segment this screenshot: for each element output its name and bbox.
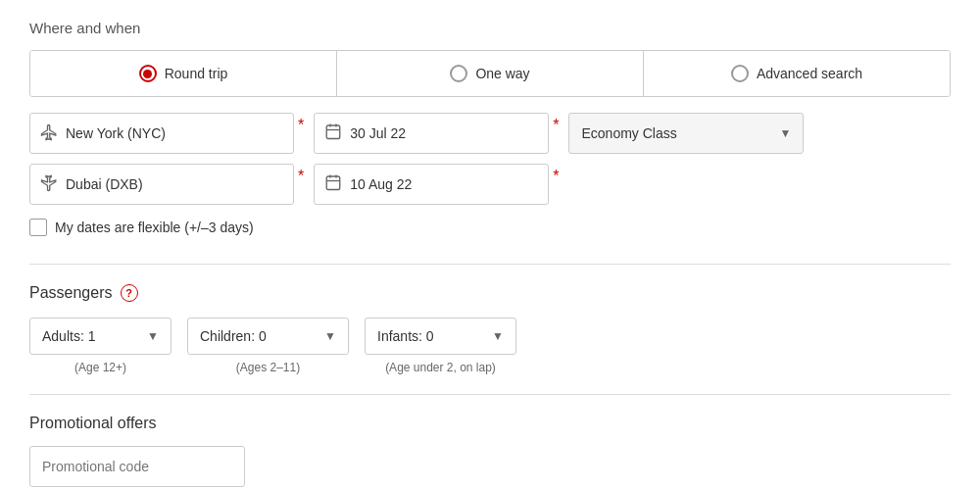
trip-type-one-way[interactable]: One way [337,51,644,96]
promo-title: Promotional offers [29,415,951,432]
infants-label: Infants: 0 [377,328,434,344]
passenger-age-labels-row: (Age 12+) (Ages 2–11) (Age under 2, on l… [29,361,951,374]
return-required-star: * [553,168,559,185]
return-date-input[interactable] [350,176,538,192]
radio-round-trip [139,65,157,82]
origin-input-wrapper[interactable] [29,113,294,154]
flexible-dates-label: My dates are flexible (+/–3 days) [55,220,254,235]
radio-advanced-search [731,65,749,82]
return-date-field-group: * [314,164,559,205]
origin-input[interactable] [66,125,283,141]
adults-label: Adults: 1 [42,328,95,344]
adults-dropdown[interactable]: Adults: 1 ▼ [29,318,172,355]
promotional-section: Promotional offers [29,415,951,487]
divider-1 [29,264,951,265]
passengers-title-row: Passengers ? [29,284,951,302]
class-dropdown-wrapper[interactable]: Economy Class ▼ [568,113,804,154]
calendar-depart-icon [324,122,342,144]
origin-required-star: * [298,117,304,134]
plane-arrive-icon [40,174,58,195]
adults-age-note: (Age 12+) [29,361,172,374]
flexible-dates-checkbox[interactable] [29,219,47,236]
adults-chevron-icon: ▼ [147,329,159,343]
depart-date-field-group: * [314,113,559,154]
origin-field-group: * [29,113,304,154]
round-trip-label: Round trip [165,66,228,81]
section-title-where-when: Where and when [29,20,951,36]
svg-rect-4 [326,176,340,190]
infants-dropdown[interactable]: Infants: 0 ▼ [365,318,516,355]
return-date-wrapper[interactable] [314,164,549,205]
radio-one-way [450,65,467,82]
destination-input[interactable] [66,176,283,192]
children-label: Children: 0 [200,328,267,344]
destination-field-group: * [29,164,304,205]
children-chevron-icon: ▼ [324,329,336,343]
depart-required-star: * [553,117,559,134]
passengers-help-icon[interactable]: ? [121,284,138,302]
depart-date-input[interactable] [350,125,538,141]
passengers-title-text: Passengers [29,284,113,302]
trip-type-bar: Round trip One way Advanced search [29,50,951,97]
promo-code-input[interactable] [42,459,232,474]
promo-input-wrapper[interactable] [29,446,245,487]
search-row-2: * * [29,164,951,205]
flexible-dates-row[interactable]: My dates are flexible (+/–3 days) [29,219,951,236]
calendar-return-icon [324,173,342,195]
divider-2 [29,394,951,395]
one-way-label: One way [475,66,529,81]
plane-depart-icon [40,123,58,144]
svg-rect-0 [326,125,340,139]
children-dropdown[interactable]: Children: 0 ▼ [187,318,349,355]
search-row-1: * * Economy Class ▼ [29,113,951,154]
destination-input-wrapper[interactable] [29,164,294,205]
passengers-dropdowns-row: Adults: 1 ▼ Children: 0 ▼ Infants: 0 ▼ [29,318,951,355]
class-label: Economy Class [581,125,676,141]
chevron-down-icon: ▼ [780,126,792,140]
infants-chevron-icon: ▼ [492,329,504,343]
infants-age-note: (Age under 2, on lap) [365,361,516,374]
trip-type-round-trip[interactable]: Round trip [30,51,337,96]
advanced-search-label: Advanced search [757,66,862,81]
depart-date-wrapper[interactable] [314,113,549,154]
children-age-note: (Ages 2–11) [187,361,349,374]
trip-type-advanced-search[interactable]: Advanced search [644,51,950,96]
destination-required-star: * [298,168,304,185]
passengers-section: Passengers ? Adults: 1 ▼ Children: 0 ▼ I… [29,284,951,374]
